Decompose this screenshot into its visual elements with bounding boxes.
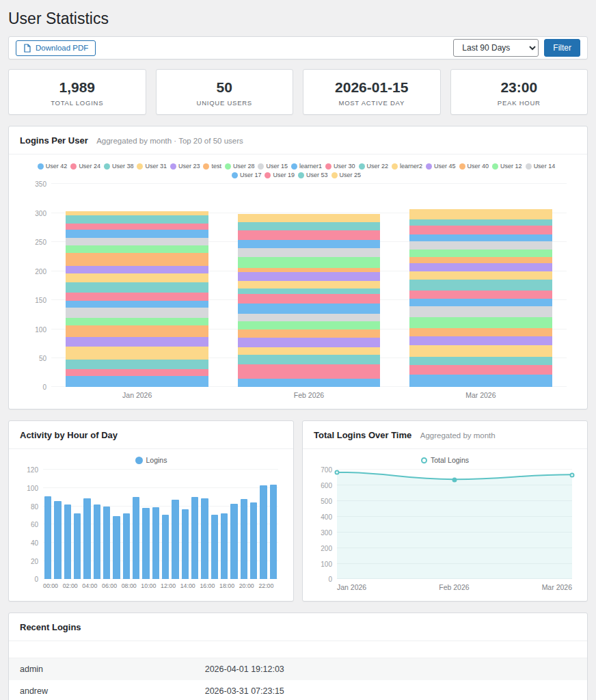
bar-segment[interactable] <box>409 226 552 235</box>
bar-segment[interactable] <box>66 301 208 308</box>
bar-segment[interactable] <box>66 308 208 317</box>
hour-bar[interactable] <box>152 507 159 579</box>
bar-segment[interactable] <box>238 294 381 304</box>
bar-segment[interactable] <box>66 266 208 273</box>
bar-segment[interactable] <box>409 317 552 328</box>
hour-bar[interactable] <box>182 509 189 580</box>
legend-item[interactable]: learner2 <box>392 163 422 170</box>
bar-segment[interactable] <box>66 282 208 293</box>
hour-bar[interactable] <box>133 497 139 579</box>
legend-item[interactable]: User 12 <box>492 163 522 170</box>
legend-item[interactable]: User 15 <box>258 163 288 170</box>
bar-segment[interactable] <box>409 257 552 263</box>
bar-segment[interactable] <box>409 280 552 290</box>
hour-bar[interactable] <box>74 513 81 579</box>
date-range-select[interactable]: Last 90 Days <box>453 39 539 57</box>
bar-segment[interactable] <box>238 248 381 257</box>
bar-segment[interactable] <box>409 209 552 219</box>
legend-item[interactable]: User 19 <box>265 172 295 178</box>
bar-segment[interactable] <box>409 336 552 346</box>
hour-bar[interactable] <box>191 497 198 579</box>
bar-segment[interactable] <box>66 376 208 387</box>
bar-segment[interactable] <box>238 240 381 248</box>
hour-bar[interactable] <box>142 508 149 579</box>
data-point[interactable] <box>452 477 457 482</box>
bar-segment[interactable] <box>238 355 381 364</box>
legend-item[interactable]: User 22 <box>359 163 389 170</box>
hour-bar[interactable] <box>230 504 237 580</box>
bar-segment[interactable] <box>238 257 381 269</box>
bar-segment[interactable] <box>238 314 381 321</box>
bar-segment[interactable] <box>409 291 552 299</box>
bar-segment[interactable] <box>66 215 208 224</box>
download-pdf-button[interactable]: Download PDF <box>16 40 96 56</box>
stacked-bar[interactable] <box>238 184 381 387</box>
stacked-bar[interactable] <box>409 184 552 387</box>
bar-segment[interactable] <box>238 304 381 313</box>
bar-segment[interactable] <box>238 364 381 378</box>
bar-segment[interactable] <box>66 211 208 216</box>
hour-bar[interactable] <box>221 513 228 579</box>
bar-segment[interactable] <box>66 360 208 369</box>
bar-segment[interactable] <box>238 230 381 240</box>
hour-bar[interactable] <box>113 516 120 579</box>
bar-segment[interactable] <box>409 271 552 280</box>
bar-segment[interactable] <box>66 369 208 376</box>
bar-segment[interactable] <box>409 306 552 317</box>
filter-button[interactable]: Filter <box>544 39 580 57</box>
bar-segment[interactable] <box>409 299 552 307</box>
bar-segment[interactable] <box>409 263 552 271</box>
legend-item[interactable]: User 38 <box>104 163 134 170</box>
bar-segment[interactable] <box>66 230 208 239</box>
bar-segment[interactable] <box>238 288 381 294</box>
bar-segment[interactable] <box>66 337 208 347</box>
legend-item[interactable]: User 53 <box>298 172 328 178</box>
data-point[interactable] <box>335 470 340 475</box>
hour-bar[interactable] <box>83 498 90 580</box>
bar-segment[interactable] <box>238 321 381 329</box>
bar-segment[interactable] <box>66 347 208 360</box>
bar-segment[interactable] <box>409 234 552 241</box>
bar-segment[interactable] <box>238 272 381 281</box>
bar-segment[interactable] <box>409 345 552 357</box>
legend-item[interactable]: User 24 <box>70 163 100 170</box>
bar-segment[interactable] <box>66 253 208 267</box>
bar-segment[interactable] <box>66 224 208 229</box>
bar-segment[interactable] <box>409 328 552 336</box>
bar-segment[interactable] <box>66 273 208 282</box>
bar-segment[interactable] <box>238 222 381 231</box>
legend-item[interactable]: User 45 <box>426 163 456 170</box>
bar-segment[interactable] <box>409 375 552 388</box>
bar-segment[interactable] <box>66 293 208 301</box>
hour-bar[interactable] <box>250 502 257 579</box>
bar-segment[interactable] <box>66 238 208 245</box>
bar-segment[interactable] <box>238 329 381 338</box>
legend-item[interactable]: User 17 <box>232 172 262 178</box>
legend-item[interactable]: User 14 <box>526 163 556 170</box>
hour-bar[interactable] <box>54 501 61 580</box>
hour-bar[interactable] <box>260 485 267 579</box>
hour-bar[interactable] <box>211 515 218 580</box>
bar-segment[interactable] <box>66 318 208 325</box>
legend-item[interactable]: User 40 <box>459 163 489 170</box>
legend-item[interactable]: learner1 <box>291 163 322 170</box>
legend-item[interactable]: test <box>203 163 221 170</box>
bar-segment[interactable] <box>409 241 552 250</box>
bar-segment[interactable] <box>238 281 381 288</box>
bar-segment[interactable] <box>409 219 552 225</box>
legend-item[interactable]: User 25 <box>331 172 362 178</box>
hour-bar[interactable] <box>162 515 169 580</box>
legend-item[interactable]: User 31 <box>137 163 167 170</box>
bar-segment[interactable] <box>409 357 552 365</box>
hour-bar[interactable] <box>94 504 100 579</box>
bar-segment[interactable] <box>409 365 552 375</box>
hour-bar[interactable] <box>270 485 277 580</box>
stacked-bar[interactable] <box>66 184 208 387</box>
hour-bar[interactable] <box>201 498 208 580</box>
hour-bar[interactable] <box>64 504 71 579</box>
hour-bar[interactable] <box>44 496 51 579</box>
legend-item[interactable]: User 30 <box>325 163 355 170</box>
hour-bar[interactable] <box>172 500 178 579</box>
bar-segment[interactable] <box>238 379 381 388</box>
bar-segment[interactable] <box>66 245 208 252</box>
